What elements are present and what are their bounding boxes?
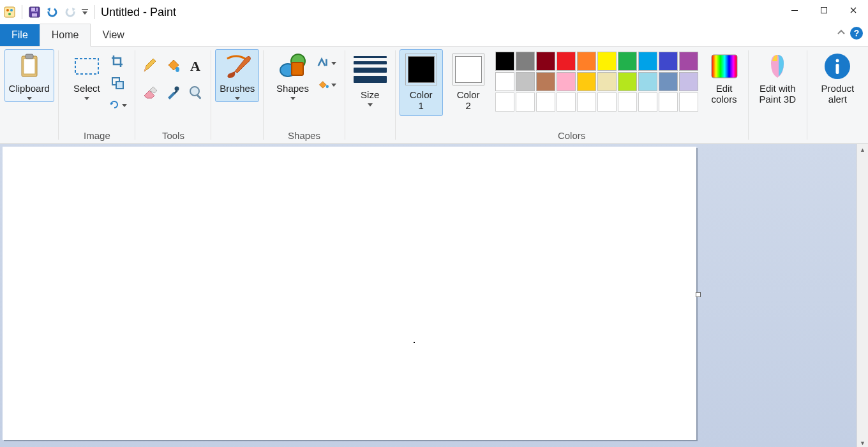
- palette-color[interactable]: [659, 72, 678, 91]
- info-icon: [822, 51, 853, 82]
- group-size: Size: [345, 47, 395, 143]
- dropdown-icon: [290, 97, 296, 100]
- separator: [94, 5, 94, 19]
- separator: [22, 5, 22, 19]
- svg-rect-12: [24, 59, 35, 74]
- palette-color[interactable]: [495, 52, 514, 71]
- collapse-ribbon-button[interactable]: [836, 28, 846, 39]
- palette-custom-slot[interactable]: [557, 92, 576, 112]
- clipboard-button[interactable]: Clipboard: [4, 49, 54, 102]
- group-tools: A Tools: [135, 47, 211, 143]
- palette-color[interactable]: [577, 72, 596, 91]
- palette-color[interactable]: [679, 52, 698, 71]
- shape-fill-button[interactable]: [317, 75, 336, 94]
- group-shapes-label: Shapes: [264, 130, 345, 141]
- palette-custom-slot[interactable]: [679, 92, 698, 112]
- color-picker-tool[interactable]: [162, 80, 184, 105]
- window-title: Untitled - Paint: [101, 6, 176, 19]
- palette-custom-slot[interactable]: [597, 92, 617, 112]
- palette-custom-slot[interactable]: [495, 92, 514, 112]
- tab-home[interactable]: Home: [40, 24, 91, 47]
- palette-color[interactable]: [557, 72, 576, 91]
- palette-custom-slot[interactable]: [659, 92, 678, 112]
- size-label: Size: [361, 89, 379, 100]
- title-bar: Untitled - Paint: [0, 0, 868, 24]
- select-button[interactable]: Select: [67, 49, 107, 102]
- close-button[interactable]: [839, 0, 868, 20]
- canvas[interactable]: [3, 147, 696, 440]
- crop-button[interactable]: [108, 52, 127, 71]
- color2-button[interactable]: Color 2: [447, 49, 490, 116]
- palette-color[interactable]: [536, 52, 555, 71]
- palette-custom-slot[interactable]: [516, 92, 535, 112]
- color1-button[interactable]: Color 1: [400, 49, 443, 116]
- tab-file[interactable]: File: [0, 24, 40, 46]
- tab-view[interactable]: View: [91, 24, 135, 46]
- magnifier-tool[interactable]: [185, 80, 207, 105]
- svg-rect-7: [35, 8, 36, 11]
- maximize-button[interactable]: [809, 0, 839, 20]
- vertical-scrollbar[interactable]: ▲ ▼: [857, 144, 868, 447]
- color2-label: Color 2: [457, 89, 480, 112]
- palette-custom-slot[interactable]: [618, 92, 637, 112]
- paint3d-button[interactable]: Edit with Paint 3D: [754, 49, 800, 107]
- fill-tool[interactable]: [162, 53, 184, 78]
- rotate-button[interactable]: [108, 95, 127, 114]
- svg-rect-10: [821, 8, 827, 13]
- scroll-down-button[interactable]: ▼: [857, 437, 868, 447]
- dropdown-icon: [84, 97, 89, 100]
- dropdown-icon: [235, 97, 240, 100]
- qat-customize-dropdown[interactable]: [80, 4, 90, 20]
- palette-color[interactable]: [536, 72, 555, 91]
- palette-color[interactable]: [618, 52, 637, 71]
- save-button[interactable]: [26, 4, 43, 20]
- redo-button[interactable]: [62, 4, 79, 20]
- palette-color[interactable]: [516, 72, 535, 91]
- eraser-tool[interactable]: [139, 80, 161, 105]
- scroll-up-button[interactable]: ▲: [857, 144, 868, 155]
- palette-custom-slot[interactable]: [638, 92, 657, 112]
- quick-access-toolbar: [0, 4, 97, 20]
- brushes-button[interactable]: Brushes: [215, 49, 259, 102]
- help-button[interactable]: ?: [850, 27, 863, 40]
- palette-color[interactable]: [638, 52, 657, 71]
- dropdown-icon: [368, 103, 373, 106]
- shapes-button[interactable]: Shapes: [272, 49, 313, 102]
- product-alert-button[interactable]: Product alert: [817, 49, 859, 107]
- palette-color[interactable]: [557, 52, 576, 71]
- palette-color[interactable]: [516, 52, 535, 71]
- palette-color[interactable]: [618, 72, 637, 91]
- text-tool[interactable]: A: [185, 53, 207, 78]
- svg-rect-8: [82, 9, 88, 10]
- edit-colors-button[interactable]: Edit colors: [705, 49, 744, 107]
- resize-button[interactable]: [108, 73, 127, 92]
- color2-swatch: [453, 54, 484, 85]
- ribbon-tabs: File Home View ?: [0, 24, 868, 46]
- app-icon[interactable]: [1, 4, 18, 20]
- group-paint3d: Edit with Paint 3D: [749, 47, 807, 143]
- palette-color[interactable]: [638, 72, 657, 91]
- palette-color[interactable]: [597, 72, 617, 91]
- pencil-tool[interactable]: [139, 53, 161, 78]
- palette-color[interactable]: [597, 52, 617, 71]
- palette-custom-slot[interactable]: [577, 92, 596, 112]
- palette-color[interactable]: [577, 52, 596, 71]
- edit-colors-label: Edit colors: [712, 83, 737, 105]
- palette-color[interactable]: [495, 72, 514, 91]
- svg-rect-6: [32, 13, 37, 17]
- svg-rect-9: [791, 10, 798, 11]
- palette-color[interactable]: [659, 52, 678, 71]
- undo-button[interactable]: [44, 4, 61, 20]
- palette-custom-slot[interactable]: [536, 92, 555, 112]
- group-product-alert: Product alert: [807, 47, 868, 143]
- size-button[interactable]: Size: [349, 49, 391, 108]
- minimize-button[interactable]: [780, 0, 809, 20]
- svg-rect-31: [836, 64, 839, 74]
- group-brushes: Brushes: [211, 47, 263, 143]
- resize-handle-right[interactable]: [696, 292, 701, 297]
- color1-swatch: [405, 54, 437, 85]
- shape-outline-button[interactable]: [317, 53, 336, 72]
- svg-point-1: [6, 9, 9, 11]
- palette-color[interactable]: [679, 72, 698, 91]
- edit-colors-icon: [709, 51, 740, 82]
